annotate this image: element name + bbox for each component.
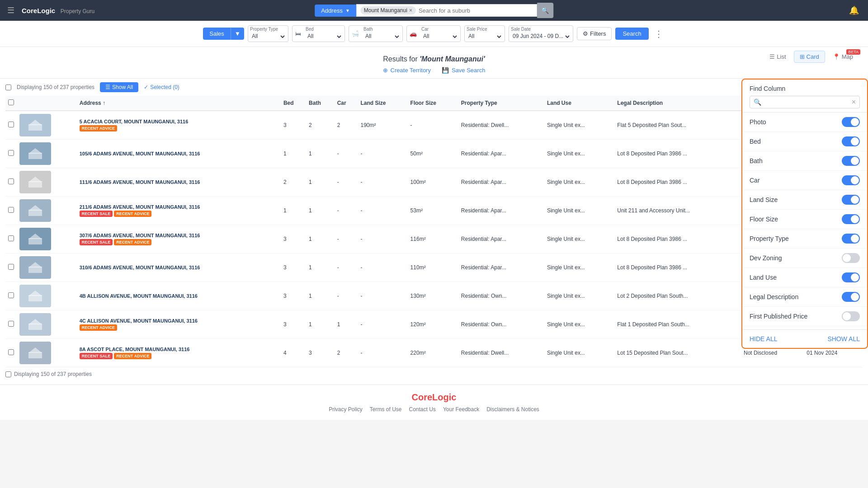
column-toggle[interactable]: [842, 156, 860, 166]
col-land-use[interactable]: Land Use: [544, 96, 614, 111]
column-toggle[interactable]: [842, 272, 860, 282]
hide-all-button[interactable]: HIDE ALL: [750, 335, 777, 343]
table-row: 4B ALLISON AVENUE, MOUNT MAUNGANUI, 3116…: [5, 282, 863, 310]
column-toggle[interactable]: [842, 253, 860, 263]
floor-size-cell: 116m²: [408, 225, 458, 253]
footer-link[interactable]: Contact Us: [409, 406, 436, 413]
row-checkbox-cell: [5, 168, 17, 197]
property-badge: RECENT ADVICE: [80, 324, 117, 331]
property-type-cell: Residential: Own...: [458, 282, 544, 310]
bath-cell: 1: [306, 310, 335, 339]
row-checkbox[interactable]: [8, 178, 14, 184]
col-legal-desc[interactable]: Legal Description: [614, 96, 741, 111]
property-address-cell: 5 ACACIA COURT, MOUNT MAUNGANUI, 3116 RE…: [77, 111, 281, 140]
create-territory-link[interactable]: ⊕ Create Territory: [383, 67, 431, 74]
column-toggle[interactable]: [842, 136, 860, 146]
column-toggle[interactable]: [842, 214, 860, 224]
column-toggle[interactable]: [842, 292, 860, 302]
tag-remove-icon[interactable]: ×: [409, 7, 412, 14]
col-car[interactable]: Car: [335, 96, 358, 111]
property-badge: RECENT SALE: [80, 211, 113, 217]
col-floor-size[interactable]: Floor Size: [408, 96, 458, 111]
svg-marker-13: [28, 291, 42, 296]
search-button[interactable]: Search: [615, 28, 648, 40]
toggle-knob: [851, 157, 859, 165]
floor-size-cell: 120m²: [408, 310, 458, 339]
row-checkbox[interactable]: [8, 235, 14, 241]
footer-link[interactable]: Terms of Use: [370, 406, 402, 413]
search-input[interactable]: [419, 7, 533, 14]
select-all-bottom-checkbox[interactable]: [5, 371, 11, 377]
panel-search-input[interactable]: [764, 99, 849, 106]
header-checkbox[interactable]: [8, 99, 14, 105]
property-type-select[interactable]: All: [250, 32, 286, 42]
column-list: Photo Bed Bath Car Land Size: [742, 113, 867, 329]
notification-bell-icon[interactable]: 🔔: [849, 5, 859, 15]
bed-select[interactable]: All: [306, 32, 343, 42]
table-row: 111/6 ADAMS AVENUE, MOUNT MAUNGANUI, 311…: [5, 168, 863, 197]
panel-clear-icon[interactable]: ×: [852, 98, 856, 106]
property-badge: RECENT ADVICE: [80, 125, 117, 131]
sale-price-filter[interactable]: Sale Price All: [464, 25, 505, 42]
search-tag-mount-maunganui[interactable]: Mount Maunganui ×: [360, 6, 416, 14]
legal-desc-cell: Lot 8 Deposited Plan 3986 ...: [614, 168, 741, 197]
bed-cell: 3: [281, 225, 306, 253]
show-all-columns-button[interactable]: SHOW ALL: [827, 335, 860, 343]
col-bath[interactable]: Bath: [306, 96, 335, 111]
map-view-tab[interactable]: 📍 Map BETA: [827, 51, 859, 63]
col-address[interactable]: Address ↑: [77, 96, 281, 111]
land-size-cell: -: [358, 253, 408, 282]
footer-link[interactable]: Disclaimers & Notices: [486, 406, 539, 413]
filters-button[interactable]: ⚙ Filters: [577, 27, 612, 40]
sales-button[interactable]: Sales: [203, 28, 231, 40]
legal-desc-cell: Lot 8 Deposited Plan 3986 ...: [614, 253, 741, 282]
address-type-button[interactable]: Address ▼: [315, 5, 356, 17]
select-all-checkbox[interactable]: [5, 84, 11, 90]
list-view-tab[interactable]: ☰ List: [764, 51, 792, 63]
toggle-slider: [842, 234, 860, 244]
row-checkbox[interactable]: [8, 321, 14, 327]
bath-cell: 3: [306, 339, 335, 367]
property-address: 310/6 ADAMS AVENUE, MOUNT MAUNGANUI, 311…: [80, 265, 278, 270]
column-toggle[interactable]: [842, 117, 860, 127]
col-land-size[interactable]: Land Size: [358, 96, 408, 111]
footer-link[interactable]: Your Feedback: [443, 406, 479, 413]
bath-select[interactable]: All: [363, 32, 401, 42]
menu-icon[interactable]: ☰: [7, 5, 14, 15]
property-badge: RECENT ADVICE: [114, 211, 151, 217]
car-select[interactable]: All: [421, 32, 458, 42]
filter-bar: Sales ▼ Property Type All 🛏 Bed All 🛁 Ba…: [0, 21, 868, 47]
row-checkbox[interactable]: [8, 150, 14, 156]
column-label: First Published Price: [750, 313, 807, 320]
table-row: 307/6 ADAMS AVENUE, MOUNT MAUNGANUI, 311…: [5, 225, 863, 253]
column-toggle[interactable]: [842, 311, 860, 321]
col-property-type[interactable]: Property Type: [458, 96, 544, 111]
search-go-button[interactable]: 🔍: [537, 3, 553, 18]
column-toggle[interactable]: [842, 234, 860, 244]
property-type-filter[interactable]: Property Type All: [248, 25, 288, 42]
land-size-cell: -: [358, 310, 408, 339]
row-checkbox[interactable]: [8, 349, 14, 355]
column-label: Bed: [750, 138, 761, 145]
property-address: 105/6 ADAMS AVENUE, MOUNT MAUNGANUI, 311…: [80, 151, 278, 156]
card-view-tab[interactable]: ⊞ Card: [794, 51, 825, 63]
save-search-link[interactable]: 💾 Save Search: [442, 67, 485, 74]
column-toggle[interactable]: [842, 175, 860, 185]
land-size-cell: -: [358, 282, 408, 310]
col-bed[interactable]: Bed: [281, 96, 306, 111]
filter-sliders-icon: ⚙: [583, 30, 588, 37]
column-toggle[interactable]: [842, 195, 860, 205]
sales-caret-button[interactable]: ▼: [231, 28, 244, 40]
sale-date-filter[interactable]: Sale Date 09 Jun 2024 - 09 D...: [509, 25, 573, 42]
row-checkbox[interactable]: [8, 264, 14, 270]
more-options-button[interactable]: ⋮: [652, 28, 665, 39]
sale-date-select[interactable]: 09 Jun 2024 - 09 D...: [511, 32, 571, 42]
row-checkbox[interactable]: [8, 207, 14, 213]
row-checkbox[interactable]: [8, 292, 14, 298]
show-all-button[interactable]: ☰ Show All: [100, 82, 138, 92]
sale-price-select[interactable]: All: [467, 32, 503, 42]
property-image: [19, 228, 51, 250]
property-image: [19, 114, 51, 136]
footer-link[interactable]: Privacy Policy: [329, 406, 363, 413]
row-checkbox[interactable]: [8, 122, 14, 127]
